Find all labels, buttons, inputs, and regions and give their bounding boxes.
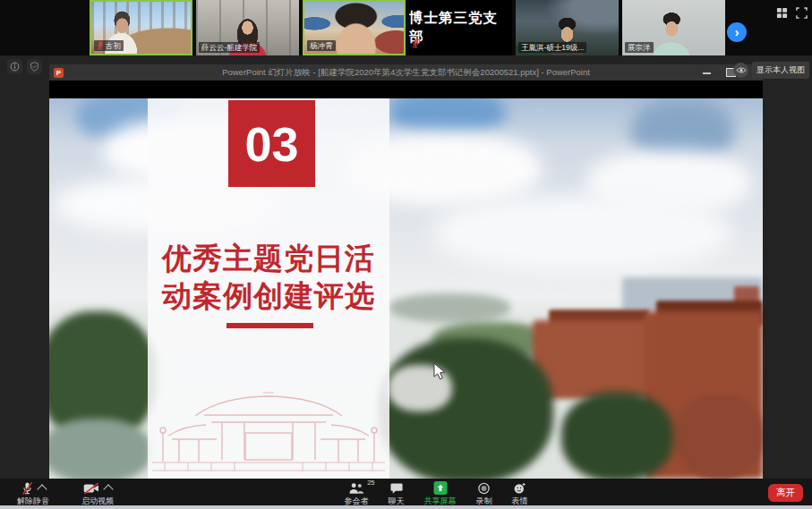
info-icon [10, 62, 20, 72]
chevron-right-icon: › [735, 26, 739, 38]
slide-title-line2: 动案例创建评选 [148, 277, 389, 315]
smiley-icon [514, 482, 526, 495]
chevron-up-icon[interactable] [37, 484, 47, 494]
shared-slide: 03 优秀主题党日活 动案例创建评选 [49, 98, 763, 479]
share-screen-label: 共享屏幕 [424, 496, 457, 505]
chat-label: 聊天 [389, 496, 405, 505]
meeting-info-button[interactable] [7, 59, 22, 74]
unmute-label: 解除静音 [17, 496, 49, 505]
participants-label: 参会者 [345, 496, 369, 505]
gate-line-art [152, 392, 385, 478]
record-icon [478, 482, 491, 495]
minimize-icon[interactable] [703, 72, 711, 74]
campus-building [676, 394, 763, 479]
share-screen-icon [433, 481, 447, 495]
reactions-button[interactable]: 表情 [512, 480, 528, 505]
reactions-label: 表情 [512, 496, 528, 505]
start-video-button[interactable]: 启动视频 [72, 480, 124, 505]
muted-mic-icon [97, 41, 104, 50]
participants-button[interactable]: 25 参会者 [345, 480, 369, 505]
record-button[interactable]: 录制 [476, 480, 492, 505]
participants-count: 25 [367, 479, 374, 487]
zoom-meeting-window: 古初 薛云云-船建学院 杨冲霄 博士第三党支部 王胤淇-硕士19级... [0, 0, 812, 509]
slideshow-letterbox [49, 81, 763, 98]
video-tile[interactable]: 王胤淇-硕士19级... [516, 0, 619, 55]
video-tile[interactable]: 展宗洋 [622, 0, 725, 55]
video-tile[interactable]: 薛云云-船建学院 [196, 0, 299, 55]
distant-buildings [389, 293, 510, 322]
muted-mic-icon [21, 481, 33, 496]
leave-label: 离开 [776, 487, 795, 499]
window-title: PowerPoint 幻灯片放映 - [船建学院2020年第4次学生党支部书记例… [49, 67, 763, 79]
eye-icon[interactable] [733, 63, 748, 78]
trees [561, 392, 673, 479]
self-view-toggle[interactable]: 显示本人视图 [733, 62, 809, 79]
next-participants-button[interactable]: › [727, 22, 747, 42]
participant-name-chip: 杨冲霄 [307, 40, 336, 51]
participant-name: 王胤淇-硕士19级... [521, 42, 584, 53]
campus-building [533, 320, 658, 399]
meeting-toolbar: 解除静音 启动视频 25 参会者 [0, 479, 812, 505]
mouse-cursor-icon [432, 362, 446, 380]
water [49, 419, 151, 479]
share-screen-button[interactable]: 共享屏幕 [424, 480, 457, 505]
participant-name: 古初 [106, 40, 121, 51]
gallery-view-icon[interactable] [776, 6, 788, 22]
powerpoint-icon: P [54, 68, 64, 78]
fullscreen-icon[interactable] [796, 6, 808, 22]
chat-button[interactable]: 聊天 [389, 480, 405, 505]
taskbar-edge [0, 505, 812, 509]
participant-name: 博士第三党支部 [409, 9, 512, 47]
slide-title-line1: 优秀主题党日活 [148, 240, 389, 277]
sky-blob [389, 98, 506, 134]
chat-icon [389, 482, 403, 495]
shield-icon [30, 62, 39, 72]
participant-name-chip: 王胤淇-硕士19级... [518, 42, 586, 53]
unmute-button[interactable]: 解除静音 [7, 480, 59, 505]
participant-name: 展宗洋 [628, 42, 651, 53]
ppt-titlebar: P PowerPoint 幻灯片放映 - [船建学院2020年第4次学生党支部书… [49, 64, 763, 81]
participant-name-chip: 展宗洋 [625, 42, 654, 53]
record-label: 录制 [476, 496, 492, 505]
security-button[interactable] [27, 59, 42, 74]
chevron-up-icon[interactable] [103, 484, 113, 494]
video-off-icon [83, 482, 99, 495]
video-tile[interactable]: 杨冲霄 [303, 0, 406, 55]
video-strip: 古初 薛云云-船建学院 杨冲霄 博士第三党支部 王胤淇-硕士19级... [0, 0, 812, 55]
start-video-label: 启动视频 [81, 496, 114, 505]
video-tile-no-camera[interactable]: 博士第三党支部 [409, 0, 512, 55]
muted-mic-icon [412, 36, 420, 52]
slide-text-panel: 03 优秀主题党日活 动案例创建评选 [148, 98, 389, 479]
slide-title: 优秀主题党日活 动案例创建评选 [148, 240, 389, 315]
participants-icon [349, 482, 364, 495]
self-view-label: 显示本人视图 [752, 62, 809, 79]
title-underline [227, 323, 313, 328]
slide-section-number: 03 [228, 100, 315, 187]
participant-name-chip: 薛云云-船建学院 [199, 42, 260, 53]
cloud-blob [434, 195, 730, 271]
leave-meeting-button[interactable]: 离开 [768, 484, 803, 502]
participant-name-chip: 古初 [94, 40, 124, 51]
participant-name: 杨冲霄 [310, 40, 333, 51]
video-tile[interactable]: 古初 [90, 0, 192, 55]
participant-name: 薛云云-船建学院 [201, 42, 257, 53]
